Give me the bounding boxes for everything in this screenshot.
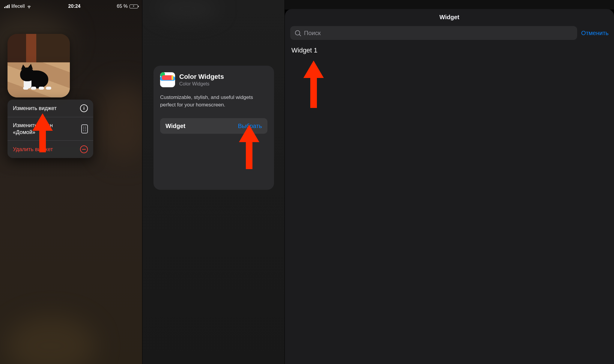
search-icon (294, 30, 301, 36)
cancel-button[interactable]: Отменить (581, 30, 609, 37)
app-title: Color Widgets (179, 73, 224, 81)
status-bar: lifecell 20:24 65 % ⚡︎ (0, 0, 142, 11)
screenshot-panel-1: lifecell 20:24 65 % ⚡︎ Изменить виджет i… (0, 0, 142, 364)
menu-item-label: Изменить виджет (13, 105, 57, 112)
battery-icon: ⚡︎ (130, 4, 138, 8)
widget-settings-card: Color Widgets Color Widgets Customizable… (154, 66, 274, 190)
sheet-title: Widget (290, 14, 609, 21)
carrier-label: lifecell (11, 4, 25, 9)
menu-item-edit-widget[interactable]: Изменить виджет i (7, 100, 93, 117)
battery-percent-label: 65 % (117, 4, 128, 9)
app-description: Customizable, stylish, and useful widget… (160, 94, 267, 109)
menu-item-edit-home[interactable]: Изменить экран «Домой» (7, 117, 93, 140)
apps-grid-icon (81, 124, 88, 133)
wifi-icon (26, 4, 32, 8)
choose-button[interactable]: Выбрать (238, 123, 262, 130)
search-input[interactable]: Поиск (290, 26, 577, 40)
widget-select-row[interactable]: Widget Выбрать (160, 118, 267, 134)
search-placeholder: Поиск (304, 30, 320, 37)
clock-label: 20:24 (68, 4, 81, 9)
widget-preview-thumbnail[interactable] (7, 34, 70, 97)
cellular-bars-icon (4, 4, 10, 8)
widget-picker-sheet: Widget Поиск Отменить Widget 1 (285, 9, 614, 364)
row-label: Widget (165, 123, 185, 130)
search-result-row[interactable]: Widget 1 (290, 46, 609, 54)
widget-context-menu: Изменить виджет i Изменить экран «Домой»… (7, 100, 93, 158)
info-icon: i (80, 104, 88, 112)
menu-item-label: Изменить экран «Домой» (13, 122, 53, 136)
cat-image (19, 60, 55, 90)
menu-item-label: Удалить виджет (13, 146, 53, 153)
screenshot-panel-2: Color Widgets Color Widgets Customizable… (142, 0, 285, 364)
app-subtitle: Color Widgets (179, 81, 224, 87)
screenshot-panel-3: Widget Поиск Отменить Widget 1 (285, 0, 614, 364)
app-icon (160, 72, 175, 87)
remove-icon (80, 145, 88, 153)
menu-item-delete-widget[interactable]: Удалить виджет (7, 140, 93, 158)
